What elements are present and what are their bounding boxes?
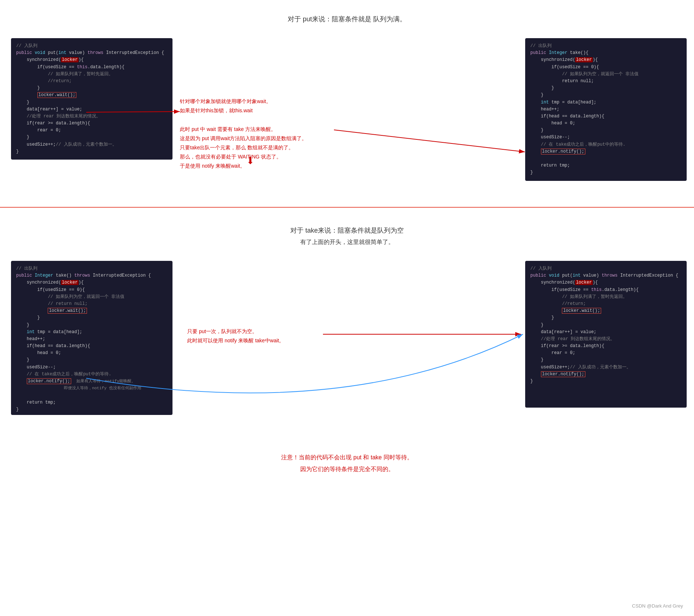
take-code-block-top: // 出队列 public Integer take(){ synchroniz… xyxy=(525,38,687,181)
bottom-annotation: 只要 put一次，队列就不为空。 此时就可以使用 notify 来唤醒 take… xyxy=(187,327,323,345)
down-arrow-icon: ⬇ xyxy=(246,152,255,170)
put-code-block-bottom: // 入队列 public void put(int value) throws… xyxy=(525,261,687,408)
svg-line-1 xyxy=(334,130,525,152)
section-divider xyxy=(0,207,694,208)
put-code-block: // 入队列 public void put(int value) throws… xyxy=(11,38,172,160)
footer-note: 注意！当前的代码不会出现 put 和 take 同时等待。 因为它们的等待条件是… xyxy=(0,444,694,479)
top-annotation: 针对哪个对象加锁就使用哪个对象wait。 如果是针对this加锁，就this.w… xyxy=(180,97,334,171)
take-code-block-bottom: // 出队列 public Integer take() throws Inte… xyxy=(11,261,172,415)
second-section-subtitle: 有了上面的开头，这里就很简单了。 xyxy=(0,238,694,250)
second-section-title: 对于 take来说：阻塞条件就是队列为空 xyxy=(0,219,694,238)
csdn-watermark: CSDN @Dark And Grey xyxy=(632,603,683,609)
top-section-title: 对于 put来说：阻塞条件就是 队列为满。 xyxy=(0,7,694,27)
